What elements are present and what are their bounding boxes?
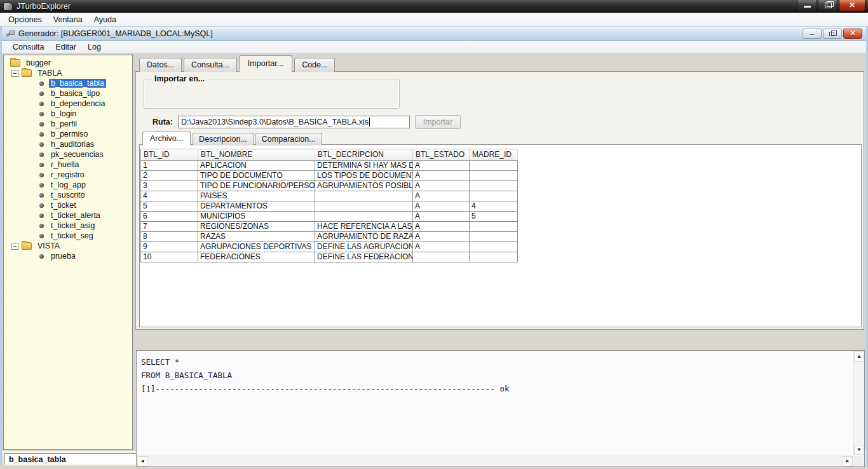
scroll-left-icon[interactable]: ◄ xyxy=(137,456,147,466)
child-restore-button[interactable] xyxy=(823,29,842,39)
child-titlebar[interactable]: Generador: [BUGGER001_MARIADB_LOCAL:MySQ… xyxy=(2,27,866,41)
menu-item-log[interactable]: Log xyxy=(82,41,107,53)
tree-item-h_auditorias[interactable]: h_auditorias xyxy=(4,139,132,149)
maximize-button[interactable] xyxy=(818,0,838,11)
grid-cell: A xyxy=(413,232,470,242)
menu-item-consulta[interactable]: Consulta xyxy=(7,41,50,53)
tab-importar[interactable]: Importar... xyxy=(239,55,292,72)
tree-item-b_basica_tipo[interactable]: b_basica_tipo xyxy=(4,88,132,99)
main-titlebar[interactable]: JTurboExplorer ✕ xyxy=(0,0,868,13)
tree-group-label: TABLA xyxy=(36,69,64,78)
horizontal-scrollbar[interactable]: ◄ ► xyxy=(137,456,853,466)
table-node-icon xyxy=(39,132,44,137)
tree-root-item[interactable]: bugger xyxy=(4,58,132,68)
column-header-btl_nombre[interactable]: BTL_NOMBRE xyxy=(198,149,315,160)
collapse-icon[interactable] xyxy=(11,243,18,250)
tree-item-pk_secuencias[interactable]: pk_secuencias xyxy=(4,149,132,160)
tab-datos[interactable]: Datos... xyxy=(139,58,182,72)
table-row[interactable]: 8RAZASAGRUPAMIENTO DE RAZAS ...A xyxy=(141,232,518,242)
tree-item-t_log_app[interactable]: t_log_app xyxy=(4,180,132,190)
child-close-button[interactable]: ✕ xyxy=(843,29,862,39)
groupbox-label: Importar en... xyxy=(152,74,207,83)
scrollbar-corner xyxy=(853,456,864,466)
close-button[interactable]: ✕ xyxy=(839,0,865,11)
importar-tab-panel: Importar en... Ruta: D:\Java2013\Sindep3… xyxy=(135,71,864,330)
tree-item-b_basica_tabla[interactable]: b_basica_tabla xyxy=(4,78,132,88)
scroll-up-icon[interactable]: ▲ xyxy=(854,351,864,362)
tree-item-t_ticket_seg[interactable]: t_ticket_seg xyxy=(4,231,132,241)
table-row[interactable]: 9AGRUPACIONES DEPORTIVASDEFINE LAS AGRUP… xyxy=(141,242,518,252)
table-row[interactable]: 5DEPARTAMENTOSA4 xyxy=(141,201,518,212)
table-row[interactable]: 7REGIONES/ZONASHACE REFERENCIA A LAS Z..… xyxy=(141,222,518,232)
grid-cell: A xyxy=(413,222,470,232)
minimize-icon xyxy=(809,34,815,36)
collapse-icon[interactable] xyxy=(11,70,18,77)
data-grid: BTL_IDBTL_NOMBREBTL_DECRIPCIONBTL_ESTADO… xyxy=(140,149,518,262)
tree-group-tabla[interactable]: TABLA xyxy=(4,68,132,78)
grid-cell: A xyxy=(413,171,470,181)
table-row[interactable]: 3TIPO DE FUNCIONARIO/PERSONAAGRUPAMIENTO… xyxy=(141,181,518,191)
database-tree[interactable]: buggerTABLAb_basica_tablab_basica_tipob_… xyxy=(3,55,133,450)
grid-cell: HACE REFERENCIA A LAS Z... xyxy=(315,222,413,232)
menu-item-ayuda[interactable]: Ayuda xyxy=(88,14,122,25)
tree-item-b_dependencia[interactable]: b_dependencia xyxy=(4,99,132,109)
tree-item-r_registro[interactable]: r_registro xyxy=(4,170,132,180)
tree-item-b_permiso[interactable]: b_permiso xyxy=(4,129,132,139)
menu-item-opciones[interactable]: Opciones xyxy=(3,14,48,25)
tab-descripcion[interactable]: Descripcion... xyxy=(193,133,254,146)
table-row[interactable]: 6MUNICIPIOSA5 xyxy=(141,212,518,222)
grid-cell: 2 xyxy=(141,171,198,181)
grid-cell: 5 xyxy=(141,201,198,212)
menu-item-ventana[interactable]: Ventana xyxy=(48,14,88,25)
table-row[interactable]: 4PAISESA xyxy=(141,191,518,201)
table-node-icon xyxy=(39,224,44,228)
restore-icon xyxy=(829,32,834,36)
grid-cell xyxy=(470,171,518,181)
tree-item-prueba[interactable]: prueba xyxy=(4,251,132,261)
ruta-input[interactable]: D:\Java2013\Sindep3.0\Datos\B_BASICA_TAB… xyxy=(178,116,410,128)
column-header-btl_decripcion[interactable]: BTL_DECRIPCION xyxy=(315,149,413,160)
tab-code[interactable]: Code... xyxy=(294,58,335,72)
grid-cell: AGRUPAMIENTO DE RAZAS ... xyxy=(315,232,413,242)
scroll-down-icon[interactable]: ▼ xyxy=(854,445,864,455)
grid-cell: MUNICIPIOS xyxy=(198,212,315,222)
table-row[interactable]: 1APLICACIONDETERMINA SI HAY MAS DE ...A xyxy=(141,161,518,171)
tree-item-label: r_registro xyxy=(49,170,86,179)
tree-group-vista[interactable]: VISTA xyxy=(4,241,132,251)
tree-item-r_huella[interactable]: r_huella xyxy=(4,160,132,170)
minimize-button[interactable] xyxy=(797,0,817,11)
table-row[interactable]: 2TIPO DE DOCUMENTOLOS TIPOS DE DOCUMENTO… xyxy=(141,171,518,181)
column-header-madre_id[interactable]: MADRE_ID xyxy=(470,149,518,160)
main-window-title: JTurboExplorer xyxy=(17,2,71,11)
tree-item-b_login[interactable]: b_login xyxy=(4,109,132,119)
grid-cell: TIPO DE DOCUMENTO xyxy=(198,171,315,181)
close-icon: ✕ xyxy=(844,29,862,37)
tab-consulta[interactable]: Consulta... xyxy=(184,58,237,72)
tab-comparacion[interactable]: Comparacion... xyxy=(255,133,322,146)
table-row[interactable]: 10FEDERACIONESDEFINE LAS FEDERACIONES... xyxy=(141,252,518,262)
tree-item-t_ticket_alerta[interactable]: t_ticket_alerta xyxy=(4,210,132,221)
column-header-btl_id[interactable]: BTL_ID xyxy=(141,149,198,160)
sql-log-text[interactable]: SELECT *FROM B_BASICA_TABLA[1]----------… xyxy=(137,351,853,455)
child-minimize-button[interactable] xyxy=(803,29,822,39)
tree-item-t_ticket_asig[interactable]: t_ticket_asig xyxy=(4,221,132,231)
sql-line: [1]-------------------------------------… xyxy=(141,382,853,395)
child-window-title: Generador: [BUGGER001_MARIADB_LOCAL:MySQ… xyxy=(18,29,213,38)
vertical-scrollbar[interactable]: ▲ ▼ xyxy=(853,351,864,455)
grid-cell: 7 xyxy=(141,222,198,232)
grid-cell: DEFINE LAS AGRUPACIONE... xyxy=(315,242,413,252)
sql-log-panel[interactable]: SELECT *FROM B_BASICA_TABLA[1]----------… xyxy=(136,350,865,467)
table-node-icon xyxy=(39,81,44,86)
grid-cell: 10 xyxy=(141,252,198,262)
tab-archivo[interactable]: Archivo... xyxy=(142,132,191,146)
grid-cell xyxy=(315,201,413,212)
tree-item-label: r_huella xyxy=(49,160,81,169)
grid-cell: 8 xyxy=(141,232,198,242)
tree-item-b_perfil[interactable]: b_perfil xyxy=(4,119,132,129)
menu-item-editar[interactable]: Editar xyxy=(50,41,82,53)
column-header-btl_estado[interactable]: BTL_ESTADO xyxy=(413,149,470,160)
tree-item-t_ticket[interactable]: t_ticket xyxy=(4,200,132,210)
tree-item-t_suscrito[interactable]: t_suscrito xyxy=(4,190,132,200)
scroll-right-icon[interactable]: ► xyxy=(843,456,853,466)
importar-button[interactable]: Importar xyxy=(415,115,461,129)
